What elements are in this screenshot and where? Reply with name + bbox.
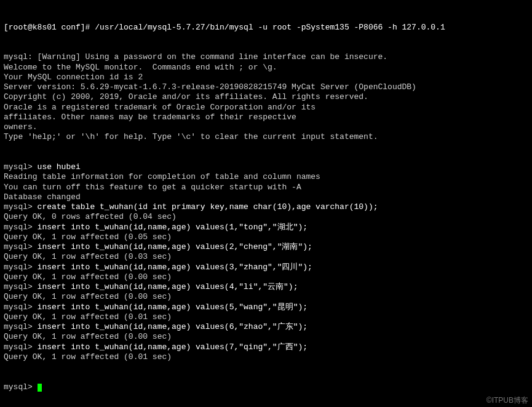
mysql-prompt: mysql> (4, 263, 38, 272)
mysql-command-line: mysql> insert into t_wuhan(id,name,age) … (4, 322, 528, 332)
mysql-command: create table t_wuhan(id int primary key,… (38, 202, 378, 211)
mysql-output-line: Query OK, 1 row affected (0.01 sec) (4, 352, 528, 362)
mysql-output-line: Query OK, 1 row affected (0.05 sec) (4, 232, 528, 242)
mysql-prompt: mysql> (4, 202, 38, 211)
mysql-prompt: mysql> (4, 223, 38, 232)
mysql-output-line: Query OK, 1 row affected (0.00 sec) (4, 292, 528, 302)
mysql-command-line: mysql> use hubei (4, 162, 528, 172)
mysql-output-line: Query OK, 1 row affected (0.00 sec) (4, 272, 528, 282)
mysql-prompt: mysql> (4, 242, 38, 251)
mysql-banner: mysql: [Warning] Using a password on the… (4, 52, 528, 142)
mysql-output-line: Reading table information for completion… (4, 172, 528, 182)
mysql-output-line: Query OK, 1 row affected (0.00 sec) (4, 332, 528, 342)
mysql-prompt: mysql> (4, 302, 38, 312)
banner-line: mysql: [Warning] Using a password on the… (4, 52, 528, 62)
mysql-command-line: mysql> insert into t_wuhan(id,name,age) … (4, 223, 528, 232)
banner-line: Type 'help;' or '\h' for help. Type '\c'… (4, 132, 528, 142)
mysql-command-line: mysql> insert into t_wuhan(id,name,age) … (4, 342, 528, 352)
mysql-command-line: mysql> insert into t_wuhan(id,name,age) … (4, 263, 528, 272)
mysql-command-line: mysql> insert into t_wuhan(id,name,age) … (4, 302, 528, 312)
shell-command: /usr/local/mysql-5.7.27/bin/mysql -u roo… (95, 23, 445, 32)
terminal-window[interactable]: [root@k8s01 conf]# /usr/local/mysql-5.7.… (0, 0, 532, 405)
banner-line: Oracle is a registered trademark of Orac… (4, 103, 528, 113)
mysql-command: use hubei (38, 162, 81, 172)
mysql-output-line: Query OK, 1 row affected (0.03 sec) (4, 252, 528, 262)
mysql-prompt: mysql> (4, 282, 38, 291)
mysql-command: insert into t_wuhan(id,name,age) values(… (38, 282, 298, 291)
banner-line: affiliates. Other names may be trademark… (4, 113, 528, 122)
mysql-command-line: mysql> insert into t_wuhan(id,name,age) … (4, 242, 528, 252)
mysql-command: insert into t_wuhan(id,name,age) values(… (38, 342, 308, 352)
mysql-prompt: mysql> (4, 162, 38, 172)
mysql-session: mysql> use hubeiReading table informatio… (4, 162, 528, 362)
banner-line: Welcome to the MySQL monitor. Commands e… (4, 63, 528, 73)
watermark: ©ITPUB博客 (486, 396, 528, 405)
mysql-output-line: Database changed (4, 192, 528, 202)
mysql-command: insert into t_wuhan(id,name,age) values(… (38, 242, 312, 251)
cursor (38, 384, 42, 392)
mysql-prompt: mysql> (4, 342, 38, 352)
mysql-prompt: mysql> (4, 382, 38, 392)
mysql-output-line: Query OK, 1 row affected (0.01 sec) (4, 312, 528, 322)
mysql-prompt: mysql> (4, 322, 38, 331)
banner-line: Your MySQL connection id is 2 (4, 73, 528, 82)
mysql-final-prompt-line[interactable]: mysql> (4, 382, 528, 392)
mysql-command: insert into t_wuhan(id,name,age) values(… (38, 322, 308, 331)
banner-line: Copyright (c) 2000, 2019, Oracle and/or … (4, 92, 528, 102)
mysql-command-line: mysql> insert into t_wuhan(id,name,age) … (4, 282, 528, 292)
banner-line: Server version: 5.6.29-mycat-1.6.7.3-rel… (4, 82, 528, 92)
mysql-command: insert into t_wuhan(id,name,age) values(… (38, 223, 308, 232)
mysql-output-line: Query OK, 0 rows affected (0.04 sec) (4, 212, 528, 222)
banner-line: owners. (4, 122, 528, 132)
mysql-command: insert into t_wuhan(id,name,age) values(… (38, 302, 308, 312)
mysql-command: insert into t_wuhan(id,name,age) values(… (38, 263, 312, 272)
shell-line: [root@k8s01 conf]# /usr/local/mysql-5.7.… (4, 23, 528, 33)
mysql-output-line: You can turn off this feature to get a q… (4, 183, 528, 192)
shell-prompt: [root@k8s01 conf]# (4, 23, 95, 32)
mysql-command-line: mysql> create table t_wuhan(id int prima… (4, 202, 528, 212)
